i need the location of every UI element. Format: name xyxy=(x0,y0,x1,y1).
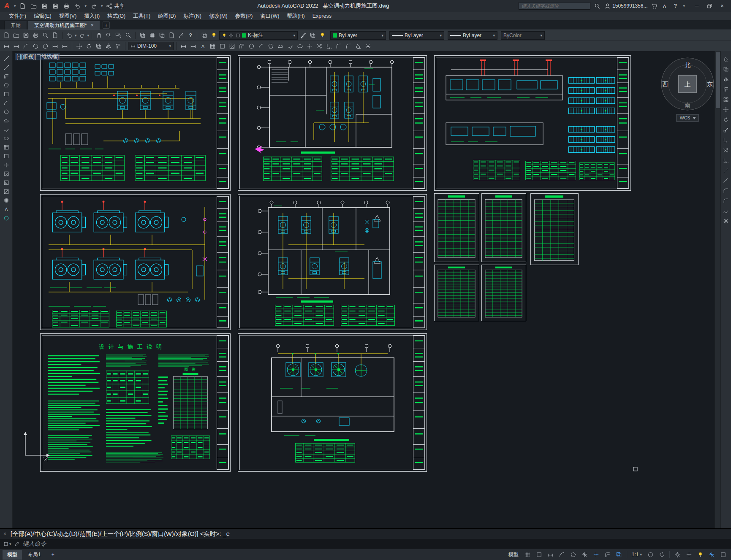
undo-chevron-icon[interactable]: ▾ xyxy=(85,4,87,8)
plot-button[interactable] xyxy=(63,2,71,10)
insert-block-tool-icon[interactable] xyxy=(2,143,11,151)
mirror-tool-icon[interactable] xyxy=(721,76,731,83)
blend-tool-icon[interactable] xyxy=(721,207,731,214)
tab-close-icon[interactable]: × xyxy=(91,22,94,28)
saveas-button[interactable] xyxy=(52,2,60,10)
rotate-button[interactable] xyxy=(84,42,93,51)
model-space-canvas[interactable]: 设 计 与 施 工 说 明 图 例 xyxy=(13,51,715,528)
scale-tool-icon[interactable] xyxy=(721,126,731,133)
scrollbar-thumb[interactable] xyxy=(716,52,720,108)
account-button[interactable]: 15059991356... xyxy=(604,3,647,9)
circle-tool-icon[interactable] xyxy=(2,108,11,115)
search-input[interactable] xyxy=(519,2,590,10)
dimstyle-combo-chevron-icon[interactable]: ▾ xyxy=(169,44,171,48)
isolate-objects-icon[interactable] xyxy=(696,550,705,559)
point-button[interactable] xyxy=(305,42,314,51)
menu-dimension[interactable]: 标注(N) xyxy=(180,12,205,20)
redo-chevron-icon[interactable]: ▾ xyxy=(101,4,103,8)
point-tool-icon[interactable] xyxy=(2,161,11,168)
match-properties-button[interactable] xyxy=(299,31,307,40)
help-chevron-icon[interactable]: ▾ xyxy=(683,4,685,8)
zoom-window-button[interactable] xyxy=(114,31,123,40)
viewcube-compass[interactable]: 上 北 西 东 南 xyxy=(661,58,714,110)
annotation-monitor-icon[interactable] xyxy=(684,550,693,559)
open-button[interactable] xyxy=(30,2,38,10)
menu-express[interactable]: Express xyxy=(309,12,335,20)
table-button[interactable] xyxy=(208,42,217,51)
menu-parametric[interactable]: 参数(P) xyxy=(231,12,257,20)
layer-combo[interactable]: K-标注 ▾ xyxy=(219,31,298,40)
plotstyle-combo-chevron-icon[interactable]: ▾ xyxy=(541,33,543,38)
revision-cloud-tool-icon[interactable] xyxy=(2,117,11,124)
menu-view[interactable]: 视图(V) xyxy=(55,12,81,20)
plot-preview-button[interactable] xyxy=(41,31,50,40)
menu-insert[interactable]: 插入(I) xyxy=(80,12,103,20)
close-button[interactable]: × xyxy=(716,0,728,11)
spline-tool-icon[interactable] xyxy=(2,126,11,133)
move-button[interactable] xyxy=(75,42,84,51)
dim-continue-button[interactable] xyxy=(189,42,198,51)
ellipse-tool-icon[interactable] xyxy=(2,135,11,142)
polygon-tool-icon[interactable] xyxy=(2,81,11,89)
dimstyle-combo[interactable]: DIM-100 ▾ xyxy=(128,42,174,50)
new-tab-button[interactable]: + xyxy=(103,22,110,29)
break-tool-icon[interactable] xyxy=(721,167,731,174)
dim-baseline-button[interactable] xyxy=(179,42,188,51)
save-button[interactable] xyxy=(41,2,49,10)
toolbar-help-button[interactable]: ? xyxy=(187,32,194,38)
line-tool-icon[interactable] xyxy=(2,55,11,62)
layer-states-button[interactable] xyxy=(318,31,327,40)
viewcube-south[interactable]: 南 xyxy=(685,102,690,108)
toolbar-qnew-button[interactable] xyxy=(2,31,11,40)
menu-file[interactable]: 文件(F) xyxy=(5,12,30,20)
viewcube-east[interactable]: 东 xyxy=(707,81,713,87)
add-selected-tool-icon[interactable] xyxy=(2,214,11,222)
polar-tracking-toggle-icon[interactable] xyxy=(557,550,567,559)
clean-screen-icon[interactable] xyxy=(718,550,728,559)
array-tool-icon[interactable] xyxy=(721,96,731,103)
mirror-button[interactable] xyxy=(104,42,113,51)
offset-tool-icon[interactable] xyxy=(721,86,731,93)
viewcube-top-face[interactable]: 上 xyxy=(685,81,691,88)
dim-ordinate-button[interactable] xyxy=(51,42,60,51)
linetype-combo-chevron-icon[interactable]: ▾ xyxy=(440,33,442,38)
properties-palette-button[interactable] xyxy=(138,31,147,40)
menu-draw[interactable]: 绘图(D) xyxy=(154,12,179,20)
drawing-canvas[interactable]: [-][俯视][二维线框] xyxy=(13,51,715,528)
create-block-tool-icon[interactable] xyxy=(2,152,11,160)
isodraft-toggle-icon[interactable] xyxy=(569,550,578,559)
object-snap-tracking-toggle-icon[interactable] xyxy=(580,550,590,559)
offset-button[interactable] xyxy=(114,42,122,51)
insert-block-button[interactable] xyxy=(218,42,227,51)
explode-button[interactable] xyxy=(364,42,372,51)
object-snap-toggle-icon[interactable] xyxy=(592,550,601,559)
dim-radius-button[interactable] xyxy=(31,42,40,51)
region-tool-icon[interactable] xyxy=(2,188,11,195)
graphics-performance-icon[interactable] xyxy=(707,550,716,559)
share-button[interactable]: 共享 xyxy=(106,3,125,10)
dim-aligned-button[interactable] xyxy=(12,42,21,51)
chamfer-tool-icon[interactable] xyxy=(721,187,731,194)
plotstyle-combo[interactable]: ByColor ▾ xyxy=(501,31,545,40)
layer-combo-chevron-icon[interactable]: ▾ xyxy=(293,33,296,38)
extend-tool-icon[interactable] xyxy=(721,157,731,164)
color-combo-chevron-icon[interactable]: ▾ xyxy=(382,33,384,38)
toolbar-save-button[interactable] xyxy=(22,31,30,40)
polygon-button[interactable] xyxy=(266,42,275,51)
color-combo[interactable]: ByLayer ▾ xyxy=(330,31,386,40)
dim-angular-button[interactable] xyxy=(22,42,30,51)
trim-tool-icon[interactable] xyxy=(721,146,731,154)
qnew-button[interactable] xyxy=(19,2,27,10)
menu-edit[interactable]: 编辑(E) xyxy=(30,12,55,20)
mtext-button[interactable] xyxy=(198,42,207,51)
model-paper-toggle[interactable]: 模型 xyxy=(506,550,521,559)
redo-list-chevron-icon[interactable]: ▾ xyxy=(87,33,90,38)
markup-button[interactable] xyxy=(177,31,186,40)
autoscale-toggle-icon[interactable] xyxy=(657,550,666,559)
layer-off-button[interactable] xyxy=(209,31,218,40)
layer-previous-button[interactable] xyxy=(308,31,317,40)
grid-display-toggle-icon[interactable] xyxy=(523,550,533,559)
construction-line-tool-icon[interactable] xyxy=(2,64,11,71)
move-tool-icon[interactable] xyxy=(721,106,731,113)
revcloud-button[interactable] xyxy=(276,42,285,51)
